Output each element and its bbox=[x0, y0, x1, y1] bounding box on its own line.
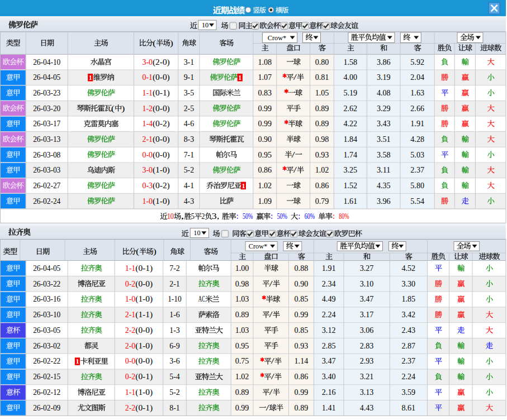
svg-text:4-6: 4-6 bbox=[184, 119, 194, 128]
svg-text:): ) bbox=[170, 39, 173, 48]
svg-text:0.89: 0.89 bbox=[235, 310, 249, 319]
svg-text:3.43: 3.43 bbox=[377, 119, 391, 128]
svg-text:,: , bbox=[181, 212, 184, 221]
svg-text:26-04-05: 26-04-05 bbox=[33, 264, 60, 273]
svg-text:(0-0): (0-0) bbox=[153, 150, 170, 160]
svg-text:0.99: 0.99 bbox=[295, 310, 309, 319]
svg-text:5.54: 5.54 bbox=[410, 197, 424, 206]
svg-text:26-02-22: 26-02-22 bbox=[33, 356, 60, 365]
svg-text:26-03-20: 26-03-20 bbox=[33, 104, 60, 113]
svg-text:(0-0): (0-0) bbox=[153, 135, 170, 144]
svg-text:0.99: 0.99 bbox=[235, 403, 249, 412]
svg-text:3-0: 3-0 bbox=[143, 165, 153, 174]
svg-text:8-3: 8-3 bbox=[184, 135, 194, 144]
svg-text:60%: 60% bbox=[305, 212, 315, 221]
svg-text:1.09: 1.09 bbox=[258, 197, 272, 206]
svg-text:1.02: 1.02 bbox=[315, 165, 329, 174]
svg-text:0.86: 0.86 bbox=[295, 372, 309, 381]
svg-text:1.91: 1.91 bbox=[410, 119, 424, 128]
svg-text:3.42: 3.42 bbox=[402, 310, 416, 319]
svg-text:1: 1 bbox=[89, 74, 92, 82]
svg-text:(2-0): (2-0) bbox=[153, 58, 170, 67]
svg-text:1.05: 1.05 bbox=[315, 88, 329, 97]
svg-text:(1-0): (1-0) bbox=[153, 165, 170, 175]
svg-text:0.98: 0.98 bbox=[235, 279, 249, 288]
svg-text:0.90: 0.90 bbox=[295, 279, 309, 288]
svg-text:2.34: 2.34 bbox=[322, 279, 336, 288]
svg-text:(1-0): (1-0) bbox=[135, 294, 153, 304]
svg-text:(0-1): (0-1) bbox=[135, 264, 153, 273]
svg-text:0.81: 0.81 bbox=[315, 73, 329, 82]
svg-text:10: 10 bbox=[167, 212, 174, 221]
svg-text:3.47: 3.47 bbox=[322, 356, 336, 365]
svg-text:(1-0): (1-0) bbox=[153, 197, 170, 206]
svg-text:8-1: 8-1 bbox=[169, 403, 179, 412]
svg-text:1.52: 1.52 bbox=[344, 181, 358, 190]
svg-text:4.22: 4.22 bbox=[344, 119, 358, 128]
svg-text:26-03-08: 26-03-08 bbox=[33, 150, 60, 159]
svg-text:5: 5 bbox=[191, 212, 195, 221]
svg-text:10: 10 bbox=[202, 21, 209, 29]
svg-text:5-2: 5-2 bbox=[169, 388, 179, 397]
svg-text:1.58: 1.58 bbox=[344, 58, 358, 66]
svg-text:0.99: 0.99 bbox=[295, 388, 309, 397]
svg-text:50%: 50% bbox=[277, 212, 287, 221]
svg-text:1-0: 1-0 bbox=[125, 294, 135, 303]
svg-text:): ) bbox=[153, 247, 157, 256]
svg-text:3.86: 3.86 bbox=[377, 58, 391, 66]
svg-text:4-3: 4-3 bbox=[184, 197, 194, 206]
svg-text:2-5: 2-5 bbox=[184, 104, 194, 113]
svg-text:2: 2 bbox=[201, 212, 205, 221]
svg-text:2.37: 2.37 bbox=[402, 356, 416, 365]
svg-text:26-03-02: 26-03-02 bbox=[33, 341, 60, 350]
svg-text:3.06: 3.06 bbox=[360, 326, 374, 335]
svg-text:0.90: 0.90 bbox=[258, 135, 272, 144]
svg-text:1.74: 1.74 bbox=[344, 150, 358, 159]
svg-text:(0-0): (0-0) bbox=[153, 73, 170, 82]
svg-text:26-03-16: 26-03-16 bbox=[33, 294, 60, 303]
svg-text:2-1: 2-1 bbox=[169, 279, 179, 288]
svg-text:AC: AC bbox=[198, 294, 205, 303]
svg-text:3-1: 3-1 bbox=[184, 58, 194, 66]
svg-text:1.00: 1.00 bbox=[235, 264, 249, 273]
svg-text:3.59: 3.59 bbox=[402, 388, 416, 397]
svg-text:2-0: 2-0 bbox=[125, 341, 135, 350]
svg-text:0-2: 0-2 bbox=[125, 372, 135, 381]
svg-text:1.03: 1.03 bbox=[235, 326, 249, 335]
svg-text:2.04: 2.04 bbox=[410, 73, 424, 82]
svg-text:1.02: 1.02 bbox=[258, 181, 272, 190]
svg-text:3.21: 3.21 bbox=[360, 372, 374, 381]
svg-text:6-9: 6-9 bbox=[169, 341, 179, 350]
svg-text:0.80: 0.80 bbox=[315, 58, 329, 66]
svg-text:3.17: 3.17 bbox=[360, 310, 374, 319]
svg-text:1-0: 1-0 bbox=[143, 197, 153, 206]
svg-text:Crow*: Crow* bbox=[249, 242, 267, 250]
svg-text:3-0: 3-0 bbox=[143, 58, 153, 66]
svg-text:7-1: 7-1 bbox=[184, 150, 194, 159]
svg-text:4.43: 4.43 bbox=[360, 403, 374, 412]
svg-text:2.16: 2.16 bbox=[322, 388, 336, 397]
svg-text:26-03-05: 26-03-05 bbox=[33, 326, 60, 335]
svg-text:3.12: 3.12 bbox=[322, 326, 336, 335]
svg-text:26-02-12: 26-02-12 bbox=[33, 388, 60, 397]
svg-text:0.85: 0.85 bbox=[295, 326, 309, 335]
svg-text:(1-0): (1-0) bbox=[135, 388, 153, 397]
svg-text:1-1: 1-1 bbox=[143, 88, 153, 97]
svg-text:2.37: 2.37 bbox=[410, 165, 424, 174]
svg-text:1.85: 1.85 bbox=[402, 294, 416, 303]
svg-text:1: 1 bbox=[75, 357, 79, 365]
svg-text:(: ( bbox=[111, 104, 115, 113]
svg-text:0.93: 0.93 bbox=[315, 150, 329, 159]
svg-text:9-1: 9-1 bbox=[184, 73, 194, 82]
svg-text:0.88: 0.88 bbox=[295, 264, 309, 273]
svg-text:0-0: 0-0 bbox=[125, 356, 135, 365]
svg-text:2.83: 2.83 bbox=[360, 341, 374, 350]
svg-text:4.52: 4.52 bbox=[402, 264, 416, 273]
svg-text:5.80: 5.80 bbox=[410, 181, 424, 190]
svg-text:2-1: 2-1 bbox=[125, 310, 135, 319]
svg-text:1.03: 1.03 bbox=[235, 294, 249, 303]
svg-text:3.19: 3.19 bbox=[377, 73, 391, 82]
svg-text:3.13: 3.13 bbox=[360, 388, 374, 397]
svg-text:4.00: 4.00 bbox=[344, 73, 358, 82]
svg-text:80%: 80% bbox=[339, 212, 349, 221]
